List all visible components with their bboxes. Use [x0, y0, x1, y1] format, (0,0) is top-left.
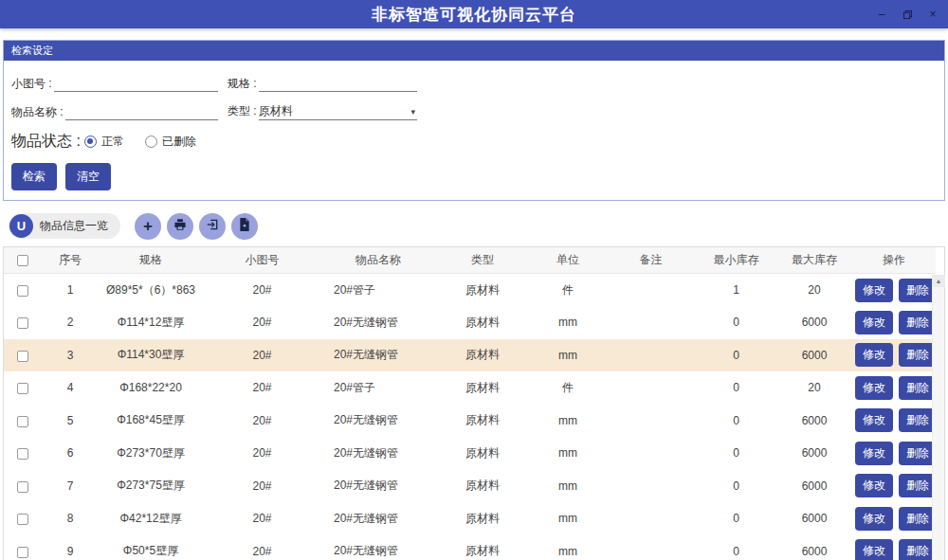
- delete-button[interactable]: 删除: [899, 279, 936, 302]
- search-panel-header: 检索设定: [4, 41, 944, 61]
- delete-button[interactable]: 删除: [899, 343, 936, 367]
- delete-button[interactable]: 删除: [899, 507, 936, 531]
- delete-button[interactable]: 删除: [899, 442, 936, 465]
- cell-max-stock: 20: [776, 274, 852, 307]
- cell-seq: 2: [42, 306, 99, 339]
- drawing-no-field: 小图号 :: [11, 76, 218, 92]
- edit-button[interactable]: 修改: [855, 376, 893, 400]
- cell-remark: [606, 535, 696, 560]
- column-header: 最小库存: [696, 247, 776, 274]
- edit-button[interactable]: 修改: [855, 474, 893, 497]
- minimize-icon[interactable]: –: [876, 9, 887, 20]
- table-row[interactable]: 9Φ50*5壁厚20#20#无缝钢管原材料mm06000修改删除: [4, 535, 936, 560]
- table-row[interactable]: 5Φ168*45壁厚20#20#无缝钢管原材料mm06000修改删除: [4, 405, 936, 438]
- file-button[interactable]: [231, 213, 258, 240]
- print-button[interactable]: [167, 213, 193, 240]
- section-badge: U 物品信息一览: [9, 213, 120, 239]
- cell-drawing-no: 20#: [203, 371, 321, 405]
- column-header: 备注: [606, 247, 696, 274]
- edit-button[interactable]: 修改: [855, 507, 893, 531]
- clear-button[interactable]: 清空: [65, 163, 111, 190]
- row-checkbox[interactable]: [17, 547, 28, 558]
- search-buttons-row: 检索 清空: [11, 163, 937, 190]
- row-checkbox[interactable]: [17, 285, 28, 297]
- cell-type: 原材料: [435, 339, 530, 372]
- cell-remark: [606, 405, 696, 438]
- export-button[interactable]: [199, 213, 226, 240]
- cell-seq: 1: [42, 274, 99, 307]
- row-checkbox[interactable]: [17, 481, 28, 493]
- column-header: 小图号: [203, 247, 321, 274]
- delete-button[interactable]: 删除: [899, 311, 936, 334]
- table-row[interactable]: 7Φ273*75壁厚20#20#无缝钢管原材料mm06000修改删除: [4, 470, 936, 503]
- edit-button[interactable]: 修改: [855, 311, 893, 334]
- edit-button[interactable]: 修改: [855, 343, 893, 367]
- cell-max-stock: 6000: [776, 437, 852, 470]
- table-row[interactable]: 4Φ168*22*2020#20#管子原材料件020修改删除: [4, 371, 936, 405]
- scroll-up-icon[interactable]: ▲: [933, 275, 945, 287]
- cell-actions: 修改删除: [852, 502, 936, 535]
- type-select[interactable]: 原材料 ▾: [259, 104, 417, 120]
- table-row[interactable]: 1Ø89*5*（6）*86320#20#管子原材料件120修改删除: [4, 274, 936, 307]
- cell-spec: Φ50*5壁厚: [99, 535, 203, 560]
- cell-unit: mm: [530, 535, 606, 560]
- row-checkbox[interactable]: [17, 383, 28, 394]
- delete-button[interactable]: 删除: [899, 539, 936, 560]
- drawing-no-input[interactable]: [54, 76, 218, 92]
- cell-min-stock: 1: [696, 274, 776, 307]
- select-all-checkbox[interactable]: [17, 255, 28, 266]
- row-checkbox[interactable]: [17, 514, 28, 525]
- delete-button[interactable]: 删除: [899, 474, 936, 497]
- edit-button[interactable]: 修改: [855, 539, 893, 560]
- edit-button[interactable]: 修改: [855, 279, 893, 302]
- row-checkbox[interactable]: [17, 317, 28, 329]
- search-panel-body: 小图号 : 规格 : 物品名称 : 类型 : 原材料 ▾ 物品状态: [4, 61, 944, 200]
- table-row[interactable]: 8Φ42*12壁厚20#20#无缝钢管原材料mm06000修改删除: [4, 502, 936, 535]
- delete-button[interactable]: 删除: [899, 408, 936, 432]
- spec-input[interactable]: [259, 76, 417, 92]
- cell-seq: 5: [42, 405, 99, 438]
- cell-unit: mm: [530, 502, 606, 535]
- cell-max-stock: 6000: [776, 535, 852, 560]
- radio-normal[interactable]: [84, 135, 97, 148]
- delete-button[interactable]: 删除: [899, 376, 936, 400]
- table-row[interactable]: 2Φ114*12壁厚20#20#无缝钢管原材料mm06000修改删除: [4, 306, 936, 339]
- cell-remark: [606, 371, 696, 405]
- row-checkbox[interactable]: [17, 351, 28, 362]
- add-button[interactable]: +: [135, 213, 161, 240]
- search-button[interactable]: 检索: [11, 163, 57, 190]
- restore-icon[interactable]: [902, 10, 913, 19]
- items-table: 序号规格小图号物品名称类型单位备注最小库存最大库存操作 1Ø89*5*（6）*8…: [3, 246, 945, 560]
- cell-remark: [606, 339, 696, 372]
- vertical-scrollbar[interactable]: ▲ ▼: [932, 275, 944, 560]
- table-row[interactable]: 6Φ273*70壁厚20#20#无缝钢管原材料mm06000修改删除: [4, 437, 936, 470]
- row-checkbox[interactable]: [17, 448, 28, 460]
- radio-normal-label: 正常: [101, 134, 124, 150]
- cell-drawing-no: 20#: [203, 437, 321, 470]
- cell-max-stock: 6000: [776, 306, 852, 339]
- item-name-field: 物品名称 :: [11, 104, 218, 120]
- type-label: 类型 :: [228, 103, 257, 119]
- close-icon[interactable]: ×: [927, 9, 939, 20]
- cell-spec: Φ168*45壁厚: [99, 405, 203, 438]
- cell-drawing-no: 20#: [203, 535, 321, 560]
- cell-item-name: 20#无缝钢管: [321, 405, 435, 438]
- edit-button[interactable]: 修改: [855, 442, 893, 465]
- cell-min-stock: 0: [696, 502, 776, 535]
- cell-drawing-no: 20#: [203, 339, 321, 372]
- cell-type: 原材料: [435, 405, 530, 438]
- cell-spec: Φ273*70壁厚: [99, 437, 203, 470]
- cell-spec: Φ273*75壁厚: [99, 470, 203, 503]
- table-row[interactable]: 3Φ114*30壁厚20#20#无缝钢管原材料mm06000修改删除: [4, 339, 936, 372]
- spec-field: 规格 :: [228, 76, 417, 92]
- item-name-input[interactable]: [65, 104, 218, 120]
- radio-deleted[interactable]: [145, 135, 157, 148]
- cell-max-stock: 6000: [776, 339, 852, 372]
- cell-seq: 8: [42, 502, 99, 535]
- search-panel: 检索设定 小图号 : 规格 : 物品名称 : 类型 : 原材料 ▾: [3, 40, 945, 201]
- row-checkbox[interactable]: [17, 416, 28, 427]
- edit-button[interactable]: 修改: [855, 408, 893, 432]
- cell-drawing-no: 20#: [203, 306, 321, 339]
- cell-seq: 7: [42, 470, 99, 503]
- titlebar: 非标智造可视化协同云平台 – ×: [0, 0, 948, 28]
